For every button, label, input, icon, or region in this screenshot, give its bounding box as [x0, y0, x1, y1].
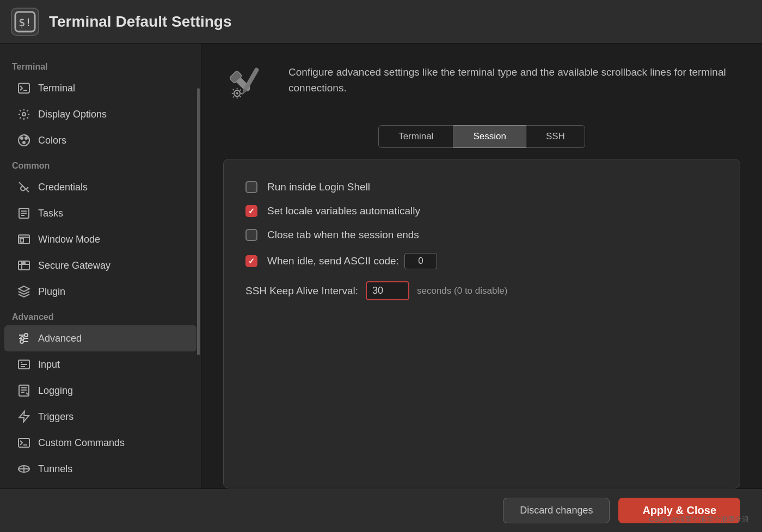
keepalive-row: SSH Keep Alive Interval: seconds (0 to d… — [245, 281, 718, 300]
sidebar-scrollbar[interactable] — [197, 88, 200, 355]
svg-rect-18 — [19, 438, 29, 447]
advanced-icon — [16, 331, 32, 346]
sidebar-item-label: Plugin — [38, 286, 65, 298]
sidebar-item-label: Input — [38, 359, 60, 370]
tab-ssh[interactable]: SSH — [526, 125, 585, 148]
svg-point-14 — [24, 333, 28, 337]
sidebar-item-advanced[interactable]: Advanced — [4, 325, 196, 351]
sidebar-item-label: Secure Gateway — [38, 260, 110, 271]
tabs-bar: Terminal Session SSH — [223, 125, 740, 148]
svg-point-25 — [236, 92, 238, 95]
input-icon — [16, 357, 32, 372]
sidebar-item-triggers[interactable]: Triggers — [4, 404, 196, 430]
close-tab-row: Close tab when the session ends — [245, 229, 718, 241]
sidebar-item-label: Triggers — [38, 411, 73, 423]
session-settings-panel: Run inside Login Shell Set locale variab… — [223, 159, 740, 488]
custom-commands-icon — [16, 435, 32, 450]
secure-gateway-icon — [16, 258, 32, 273]
close-tab-label: Close tab when the session ends — [267, 229, 419, 241]
login-shell-label: Run inside Login Shell — [267, 181, 370, 193]
close-tab-checkbox[interactable] — [245, 229, 257, 241]
svg-rect-12 — [23, 262, 25, 264]
sidebar-item-label: Colors — [38, 135, 66, 146]
window-mode-icon — [16, 232, 32, 247]
sidebar-item-label: Custom Commands — [38, 437, 125, 449]
watermark: CSDN @浪里个浪里个浪里个浪 — [649, 515, 749, 524]
plugin-icon — [16, 284, 32, 299]
logging-icon — [16, 383, 32, 398]
sidebar-item-label: Tasks — [38, 208, 63, 219]
panel-header: Configure advanced settings like the ter… — [223, 60, 740, 109]
right-panel: Configure advanced settings like the ter… — [201, 44, 762, 488]
sidebar-item-display-options[interactable]: Display Options — [4, 101, 196, 127]
ascii-idle-label: When idle, send ASCII code: — [267, 255, 399, 267]
svg-point-3 — [22, 113, 26, 116]
credentials-icon — [16, 180, 32, 195]
title-bar: $! Terminal Default Settings — [0, 0, 762, 44]
section-label-terminal: Terminal — [0, 54, 201, 75]
sidebar-item-logging[interactable]: Logging — [4, 378, 196, 404]
sidebar-item-label: Advanced — [38, 333, 82, 344]
keepalive-hint: seconds (0 to disable) — [417, 286, 507, 296]
sidebar-item-label: Window Mode — [38, 234, 100, 245]
main-layout: Terminal Terminal Display Options — [0, 44, 762, 488]
login-shell-row: Run inside Login Shell — [245, 181, 718, 193]
panel-description: Configure advanced settings like the ter… — [288, 60, 740, 96]
ascii-code-input[interactable] — [404, 253, 437, 269]
locale-vars-checkbox[interactable] — [245, 205, 257, 217]
locale-vars-label: Set locale variables automatically — [267, 205, 420, 217]
section-label-advanced: Advanced — [0, 305, 201, 325]
login-shell-checkbox[interactable] — [245, 181, 257, 193]
sidebar-item-window-mode[interactable]: Window Mode — [4, 226, 196, 252]
keepalive-input[interactable] — [366, 281, 409, 300]
colors-icon — [16, 133, 32, 148]
triggers-icon — [16, 409, 32, 424]
svg-rect-2 — [19, 83, 29, 93]
svg-point-5 — [21, 137, 23, 139]
tab-session[interactable]: Session — [453, 125, 526, 148]
ascii-idle-row: When idle, send ASCII code: — [245, 253, 718, 269]
svg-text:$!: $! — [19, 16, 32, 29]
keepalive-label: SSH Keep Alive Interval: — [245, 285, 358, 297]
svg-point-13 — [20, 340, 23, 343]
sidebar-item-tunnels[interactable]: Tunnels — [4, 456, 196, 482]
svg-rect-22 — [243, 67, 259, 90]
sidebar-item-label: Logging — [38, 385, 73, 397]
sidebar-item-plugin[interactable]: Plugin — [4, 279, 196, 305]
sidebar-item-label: Tunnels — [38, 463, 72, 475]
ascii-idle-checkbox[interactable] — [245, 255, 257, 267]
tasks-icon — [16, 206, 32, 221]
footer: Discard changes Apply & Close CSDN @浪里个浪… — [0, 488, 762, 532]
window-title: Terminal Default Settings — [49, 13, 232, 30]
sidebar-item-label: Terminal — [38, 83, 75, 94]
app-icon: $! — [11, 8, 39, 36]
sidebar-item-custom-commands[interactable]: Custom Commands — [4, 430, 196, 456]
sidebar-item-terminal[interactable]: Terminal — [4, 75, 196, 101]
sidebar-item-colors[interactable]: Colors — [4, 127, 196, 153]
sidebar-item-label: Credentials — [38, 182, 88, 193]
svg-rect-10 — [20, 239, 23, 242]
sidebar-item-secure-gateway[interactable]: Secure Gateway — [4, 252, 196, 279]
display-options-icon — [16, 107, 32, 122]
terminal-icon — [16, 81, 32, 96]
sidebar-item-label: Display Options — [38, 109, 107, 120]
sidebar-item-tasks[interactable]: Tasks — [4, 200, 196, 226]
svg-point-6 — [25, 137, 27, 139]
sidebar: Terminal Terminal Display Options — [0, 44, 201, 488]
section-label-common: Common — [0, 153, 201, 174]
sidebar-item-input[interactable]: Input — [4, 351, 196, 378]
svg-point-7 — [23, 141, 25, 144]
locale-vars-row: Set locale variables automatically — [245, 205, 718, 217]
svg-point-15 — [21, 337, 24, 340]
discard-button[interactable]: Discard changes — [503, 498, 610, 523]
tab-terminal[interactable]: Terminal — [378, 125, 453, 148]
tunnels-icon — [16, 461, 32, 477]
panel-header-icon — [223, 60, 272, 109]
sidebar-item-credentials[interactable]: Credentials — [4, 174, 196, 200]
